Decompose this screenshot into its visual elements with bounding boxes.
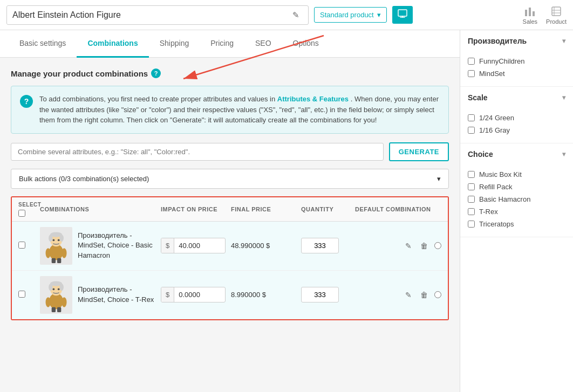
row2-quantity-input[interactable]: [301, 287, 339, 302]
sales-label: Sales: [523, 18, 538, 25]
refill-pack-checkbox[interactable]: [468, 183, 475, 190]
row1-delete-button[interactable]: 🗑: [418, 239, 430, 252]
row1-quantity-cell: [301, 238, 355, 253]
row1-quantity-input[interactable]: [301, 238, 339, 253]
scale-116-gray-checkbox[interactable]: [468, 127, 475, 134]
row1-default-radio[interactable]: [434, 242, 441, 249]
funny-children-checkbox[interactable]: [468, 58, 475, 65]
triceratops-checkbox[interactable]: [468, 221, 475, 228]
row1-price-input[interactable]: [174, 238, 217, 253]
mindset-label: MindSet: [479, 70, 505, 78]
header-icons: Sales Product: [523, 5, 567, 25]
tab-shipping[interactable]: Shipping: [149, 30, 200, 58]
music-box-kit-label: Music Box Kit: [479, 170, 522, 178]
svg-point-9: [59, 235, 63, 242]
attributes-features-link[interactable]: Attributes & Features: [277, 95, 349, 103]
svg-point-11: [57, 239, 59, 241]
table-header: SELECT COMBINATIONS IMPACT ON PRICE FINA…: [12, 197, 448, 222]
mindset-checkbox[interactable]: [468, 70, 475, 77]
row2-default-radio[interactable]: [434, 291, 441, 298]
choice-option-basic-hamacron[interactable]: Basic Hamacron: [468, 193, 565, 205]
impact-price-header-cell: IMPACT ON PRICE: [161, 206, 231, 212]
row2-quantity-cell: [301, 287, 355, 302]
product-type-dropdown[interactable]: Standard product ▾: [314, 7, 387, 23]
product-title-wrapper: ✎: [6, 5, 309, 25]
combinations-header-cell: COMBINATIONS: [40, 206, 161, 212]
edit-title-button[interactable]: ✎: [288, 8, 304, 22]
select-header-label: SELECT: [18, 202, 41, 208]
default-combo-header-cell: DEFAULT COMBINATION: [355, 206, 441, 212]
row2-price-input[interactable]: [174, 287, 217, 302]
manufacturer-options: FunnyChildren MindSet: [460, 52, 573, 86]
select-header-cell: SELECT: [18, 202, 40, 217]
tab-basic-settings[interactable]: Basic settings: [9, 30, 77, 58]
content-area: Basic settings Combinations Shipping Pri…: [0, 30, 460, 392]
panel-title-text: Manage your product combinations: [11, 69, 148, 78]
select-all-checkbox[interactable]: [18, 210, 25, 217]
preview-button[interactable]: [392, 6, 413, 24]
preview-icon: [398, 9, 407, 19]
header-bar: ✎ Standard product ▾ Sales: [0, 0, 573, 30]
row1-checkbox[interactable]: [18, 242, 25, 249]
choice-option-t-rex[interactable]: T-Rex: [468, 205, 565, 218]
row2-combo-cell: Производитель - MindSet, Choice - T-Rex: [40, 276, 161, 314]
bulk-actions-label: Bulk actions (0/3 combination(s) selecte…: [19, 175, 149, 183]
svg-point-21: [52, 288, 54, 290]
info-box-text: To add combinations, you first need to c…: [39, 94, 440, 126]
sales-nav-item[interactable]: Sales: [523, 5, 538, 25]
choice-option-refill-pack[interactable]: Refill Pack: [468, 181, 565, 193]
product-title-input[interactable]: [7, 6, 288, 24]
tab-pricing[interactable]: Pricing: [200, 30, 244, 58]
row2-edit-button[interactable]: ✎: [403, 288, 414, 301]
manufacturer-option-mindset[interactable]: MindSet: [468, 67, 565, 80]
scale-116-gray-label: 1/16 Gray: [479, 126, 510, 134]
choice-section-header[interactable]: Choice ▾: [460, 143, 573, 165]
svg-rect-13: [57, 258, 60, 263]
manufacturer-section-label: Производитель: [468, 37, 527, 45]
svg-rect-12: [51, 258, 55, 263]
generate-button[interactable]: GENERATE: [389, 142, 449, 161]
t-rex-checkbox[interactable]: [468, 208, 475, 215]
product-label: Product: [546, 18, 567, 25]
row2-price-cell: $: [161, 287, 231, 302]
row1-final-price: 48.990000 $: [231, 242, 301, 250]
combinations-table: SELECT COMBINATIONS IMPACT ON PRICE FINA…: [11, 196, 449, 320]
panel-title-row: Manage your product combinations ?: [11, 68, 449, 78]
panel-help-icon[interactable]: ?: [151, 68, 161, 78]
manufacturer-option-funny-children[interactable]: FunnyChildren: [468, 55, 565, 67]
choice-option-triceratops[interactable]: Triceratops: [468, 218, 565, 230]
row2-checkbox[interactable]: [18, 291, 25, 298]
scale-option-124-green[interactable]: 1/24 Green: [468, 112, 565, 124]
row2-delete-button[interactable]: 🗑: [418, 288, 430, 301]
manufacturer-section-header[interactable]: Производитель ▾: [460, 30, 573, 52]
svg-point-20: [59, 284, 63, 291]
scale-section-header[interactable]: Scale ▾: [460, 87, 573, 108]
einstein-figure-icon: [42, 228, 71, 263]
svg-point-15: [62, 248, 66, 258]
row2-price-input-wrap: $: [161, 287, 226, 302]
tab-combinations[interactable]: Combinations: [77, 30, 148, 58]
tab-seo[interactable]: SEO: [244, 30, 282, 58]
row1-price-cell: $: [161, 238, 231, 253]
row1-price-input-wrap: $: [161, 238, 226, 253]
bulk-actions-dropdown[interactable]: Bulk actions (0/3 combination(s) selecte…: [11, 169, 449, 189]
attributes-search-input[interactable]: [11, 143, 384, 161]
row1-product-thumbnail: [40, 227, 72, 265]
scale-option-116-gray[interactable]: 1/16 Gray: [468, 124, 565, 136]
product-nav-item[interactable]: Product: [546, 5, 567, 25]
funny-children-label: FunnyChildren: [479, 57, 525, 65]
basic-hamacron-checkbox[interactable]: [468, 196, 475, 203]
svg-rect-23: [51, 307, 55, 312]
scale-124-green-checkbox[interactable]: [468, 114, 475, 121]
row1-edit-button[interactable]: ✎: [403, 239, 414, 252]
product-type-label: Standard product: [320, 11, 374, 19]
choice-option-music-box-kit[interactable]: Music Box Kit: [468, 168, 565, 181]
row2-final-price: 8.990000 $: [231, 291, 301, 299]
music-box-kit-checkbox[interactable]: [468, 171, 475, 178]
row2-select-cell: [18, 291, 40, 299]
svg-point-10: [52, 239, 54, 241]
dropdown-arrow-icon: ▾: [377, 11, 381, 19]
svg-point-14: [45, 248, 50, 258]
tab-options[interactable]: Options: [282, 30, 330, 58]
svg-point-25: [45, 297, 50, 307]
